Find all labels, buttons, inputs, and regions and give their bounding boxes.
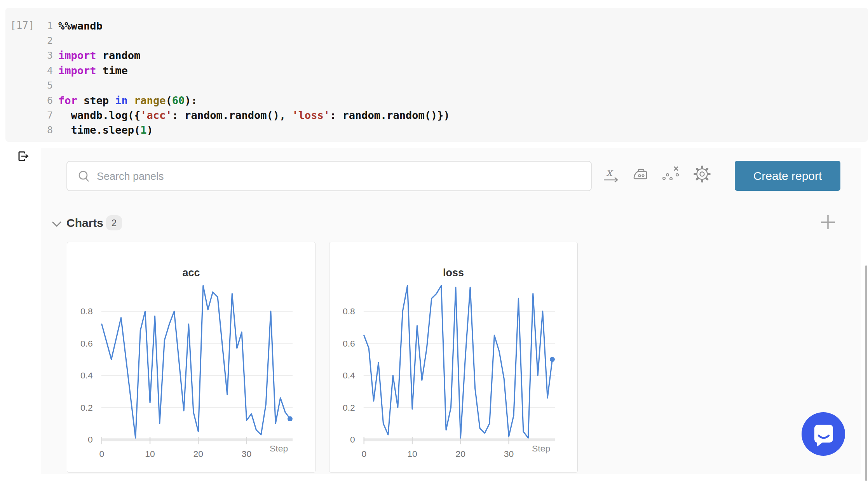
line-number: 5 (5, 80, 53, 91)
svg-text:0.6: 0.6 (343, 338, 355, 349)
code-line: 7 wandb.log({'acc': random.random(), 'lo… (5, 108, 868, 122)
chevron-down-icon[interactable] (51, 220, 63, 228)
svg-text:loss: loss (443, 267, 464, 279)
svg-text:0: 0 (88, 434, 93, 444)
svg-text:0: 0 (99, 449, 104, 459)
svg-text:0.6: 0.6 (80, 338, 93, 349)
chat-bubble-button[interactable] (802, 412, 845, 456)
svg-text:0: 0 (350, 434, 355, 444)
line-number: 2 (5, 35, 53, 46)
settings-gear-icon[interactable] (693, 165, 711, 183)
svg-text:10: 10 (407, 449, 417, 459)
line-number: 8 (5, 124, 53, 136)
svg-text:acc: acc (183, 267, 200, 279)
charts-count-badge: 2 (106, 215, 122, 230)
svg-text:0.4: 0.4 (343, 370, 355, 380)
svg-text:0.8: 0.8 (343, 306, 355, 316)
svg-text:Step: Step (532, 443, 550, 453)
svg-text:0.4: 0.4 (80, 370, 93, 380)
svg-text:0: 0 (361, 449, 366, 459)
search-panels-input[interactable] (96, 162, 579, 191)
svg-text:Step: Step (270, 443, 288, 453)
svg-text:x: x (606, 166, 614, 179)
line-number: 3 (5, 50, 53, 61)
vertical-scrollbar-thumb[interactable] (865, 265, 867, 481)
svg-text:30: 30 (504, 449, 514, 459)
code-text: %%wandb (58, 20, 103, 32)
popout-panel-icon[interactable] (17, 150, 29, 162)
svg-text:20: 20 (456, 449, 465, 459)
add-panel-icon[interactable] (819, 214, 837, 231)
code-line: 5 (5, 78, 868, 93)
outlier-points-icon[interactable] (662, 165, 680, 183)
code-text: for step in range(60): (58, 94, 197, 106)
code-line: 6for step in range(60): (5, 93, 868, 108)
code-line: 1%%wandb (5, 18, 868, 33)
smoothing-iron-icon[interactable] (632, 166, 650, 185)
code-text: import time (58, 64, 128, 77)
chat-bubble-icon (802, 412, 845, 456)
code-text: time.sleep(1) (58, 124, 153, 136)
svg-text:0.2: 0.2 (343, 403, 355, 413)
code-text: import random (58, 49, 140, 61)
svg-text:0.2: 0.2 (80, 403, 93, 413)
svg-text:20: 20 (193, 449, 203, 459)
line-number: 1 (5, 20, 53, 31)
line-number: 6 (5, 95, 53, 106)
search-icon (78, 170, 90, 183)
chart-loss-canvas: 00.20.40.60.80102030Steploss (329, 242, 577, 472)
chart-acc-canvas: 00.20.40.60.80102030Stepacc (67, 242, 315, 472)
chart-card-acc[interactable]: 00.20.40.60.80102030Stepacc (67, 242, 315, 473)
code-editor[interactable]: 1%%wandb23import random4import time56for… (5, 18, 868, 138)
code-line: 3import random (5, 48, 868, 63)
code-line: 2 (5, 33, 868, 48)
x-axis-settings-icon[interactable]: x (601, 165, 620, 183)
code-text: wandb.log({'acc': random.random(), 'loss… (58, 109, 450, 121)
code-cell[interactable]: [17] 1%%wandb23import random4import time… (5, 8, 868, 142)
chart-card-loss[interactable]: 00.20.40.60.80102030Steploss (329, 242, 578, 473)
code-line: 8 time.sleep(1) (5, 123, 868, 138)
svg-text:10: 10 (145, 449, 155, 459)
svg-text:0.8: 0.8 (80, 306, 93, 316)
svg-text:30: 30 (242, 449, 251, 459)
charts-section-title: Charts (66, 216, 103, 230)
create-report-button[interactable]: Create report (735, 161, 840, 191)
search-panels-box[interactable] (66, 161, 592, 191)
code-line: 4import time (5, 63, 868, 78)
line-number: 4 (5, 65, 53, 76)
wandb-panel: x (41, 148, 861, 474)
line-number: 7 (5, 110, 53, 121)
notebook-screen: [17] 1%%wandb23import random4import time… (0, 0, 868, 481)
